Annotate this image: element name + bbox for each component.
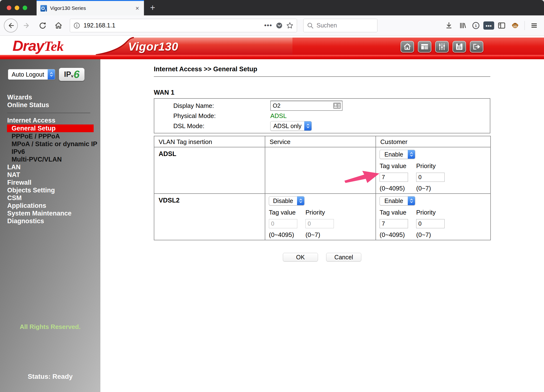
- col-header-vlan: VLAN Tag insertion: [154, 136, 265, 147]
- status-text: Status: Ready: [0, 373, 100, 380]
- col-header-customer: Customer: [376, 136, 491, 147]
- sidebar-item-general-setup[interactable]: General Setup: [7, 124, 94, 132]
- row-label-adsl: ADSL: [154, 147, 265, 158]
- select-stepper-icon: [297, 196, 304, 205]
- tag-value-label: Tag value: [380, 162, 416, 170]
- vdsl2-customer-tag-input[interactable]: [380, 219, 408, 228]
- auto-logout-select[interactable]: Auto Logout: [8, 69, 55, 80]
- menu-hamburger-icon[interactable]: [528, 20, 540, 32]
- sidebar-item-multi-pvc-vlan[interactable]: Multi-PVC/VLAN: [0, 156, 100, 163]
- tag-range-hint: (0~4095): [269, 231, 305, 239]
- sidebar-item-diagnostics[interactable]: Diagnostics: [0, 217, 100, 225]
- url-text[interactable]: 192.168.1.1: [84, 22, 261, 29]
- close-window-button[interactable]: [7, 6, 11, 10]
- adsl-service-cell: [265, 147, 376, 194]
- logo-tek: Tek: [44, 38, 64, 54]
- url-bar[interactable]: 192.168.1.1 •••: [70, 19, 297, 32]
- ok-button[interactable]: OK: [283, 253, 318, 261]
- browser-tab[interactable]: O 2 Vigor130 Series ×: [37, 0, 144, 15]
- browser-toolbar: 192.168.1.1 ••• Suchen 1 •••: [0, 15, 544, 36]
- vdsl2-service-disable-select[interactable]: Disable: [269, 196, 304, 205]
- sidebar-item-pppoe-pppoa[interactable]: PPPoE / PPPoA: [0, 132, 100, 140]
- reload-icon[interactable]: [36, 19, 50, 33]
- forward-button[interactable]: [20, 19, 34, 33]
- vdsl2-service-cell: Disable Tag value Priority (0~4095): [265, 194, 376, 239]
- sidebar-item-system-maintenance[interactable]: System Maintenance: [0, 209, 100, 217]
- pocket-icon[interactable]: [276, 22, 283, 29]
- sidebar-item-online-status[interactable]: Online Status: [0, 101, 100, 109]
- adsl-customer-tag-input[interactable]: [380, 173, 408, 182]
- onepassword-icon[interactable]: 1: [470, 20, 482, 32]
- draytek-logo: DrayTek: [13, 37, 64, 54]
- home-icon[interactable]: [401, 41, 414, 52]
- favicon-letter: O: [41, 5, 45, 12]
- vdsl2-customer-cell: Enable Tag value Priority (0~4095): [376, 194, 490, 239]
- vdsl2-customer-enable-select[interactable]: Enable: [380, 196, 415, 205]
- save-icon[interactable]: [453, 41, 466, 52]
- draytek-banner: DrayTek Vigor130: [0, 36, 544, 59]
- adsl-customer-enable-select[interactable]: Enable: [380, 150, 415, 159]
- sidebar-item-nat[interactable]: NAT: [0, 171, 100, 179]
- cancel-button[interactable]: Cancel: [326, 253, 361, 261]
- tag-value-label: Tag value: [380, 209, 416, 216]
- home-button[interactable]: [52, 19, 65, 33]
- search-bar[interactable]: Suchen: [303, 19, 377, 32]
- main-content: Internet Access >> General Setup WAN 1 D…: [100, 59, 544, 392]
- autofill-contact-icon[interactable]: [333, 102, 341, 109]
- site-info-icon[interactable]: [73, 22, 80, 29]
- select-value: Disable: [269, 197, 297, 204]
- row-label-vdsl2: VDSL2: [154, 194, 265, 204]
- vdsl2-customer-priority-input[interactable]: [416, 219, 445, 228]
- vdsl2-service-tag-input[interactable]: [269, 219, 297, 228]
- model-name: Vigor130: [128, 40, 178, 53]
- display-name-input[interactable]: [273, 102, 333, 109]
- logout-icon[interactable]: [470, 41, 483, 52]
- sliders-icon[interactable]: [435, 41, 449, 52]
- password-manager-icon[interactable]: •••: [483, 21, 494, 30]
- vdsl2-service-priority-input[interactable]: [305, 219, 334, 228]
- sidebar-divider: [7, 113, 90, 113]
- priority-label: Priority: [305, 209, 339, 216]
- ipv6-ip: IP: [64, 70, 71, 79]
- download-icon[interactable]: [443, 20, 455, 32]
- sidebar-item-objects-setting[interactable]: Objects Setting: [0, 186, 100, 194]
- wan-section-title: WAN 1: [154, 89, 544, 96]
- library-icon[interactable]: [456, 20, 468, 32]
- dsl-mode-select[interactable]: ADSL only: [270, 121, 312, 131]
- priority-range-hint: (0~7): [416, 185, 450, 192]
- sidebar-item-ipv6[interactable]: IPv6: [0, 148, 100, 156]
- bookmark-star-icon[interactable]: [286, 22, 293, 29]
- sidebar-item-mpoa[interactable]: MPoA / Static or dynamic IP: [0, 140, 100, 148]
- sidebar-item-wizards[interactable]: Wizards: [0, 93, 100, 101]
- tab-title: Vigor130 Series: [50, 5, 131, 11]
- select-stepper-icon: [408, 196, 415, 205]
- sidebar-item-internet-access[interactable]: Internet Access: [0, 117, 100, 124]
- sidebar-item-csm[interactable]: CSM: [0, 194, 100, 202]
- sidebar-item-firewall[interactable]: Firewall: [0, 179, 100, 186]
- adsl-customer-priority-input[interactable]: [416, 173, 445, 182]
- ipv6-badge[interactable]: IPv6: [59, 68, 84, 81]
- sidebar-item-lan[interactable]: LAN: [0, 163, 100, 171]
- ipv6-six: 6: [74, 68, 79, 80]
- table-row-vdsl2: VDSL2 Disable Tag value Priori: [154, 194, 491, 240]
- page-actions-icon[interactable]: •••: [264, 22, 272, 29]
- panels-icon[interactable]: [418, 41, 431, 52]
- priority-range-hint: (0~7): [416, 231, 450, 239]
- tab-bar: O 2 Vigor130 Series × +: [0, 0, 544, 15]
- back-button[interactable]: [4, 19, 18, 33]
- window-controls: [0, 0, 37, 15]
- logo-dray: Dray: [13, 37, 44, 54]
- browser-window: O 2 Vigor130 Series × + 192.168.1.1 •••: [0, 0, 544, 392]
- zoom-window-button[interactable]: [23, 6, 27, 10]
- sidebar: Auto Logout IPv6 Wizards Online Status I…: [0, 59, 100, 392]
- close-tab-icon[interactable]: ×: [135, 5, 140, 12]
- priority-label: Priority: [416, 162, 450, 170]
- sidebar-item-applications[interactable]: Applications: [0, 202, 100, 209]
- dsl-mode-label: DSL Mode:: [154, 122, 270, 130]
- new-tab-button[interactable]: +: [144, 0, 161, 15]
- minimize-window-button[interactable]: [15, 6, 19, 10]
- monkey-extension-icon[interactable]: [509, 20, 521, 32]
- sidebar-toggle-icon[interactable]: [496, 20, 508, 32]
- col-header-service: Service: [265, 136, 376, 147]
- page-body: Auto Logout IPv6 Wizards Online Status I…: [0, 59, 544, 392]
